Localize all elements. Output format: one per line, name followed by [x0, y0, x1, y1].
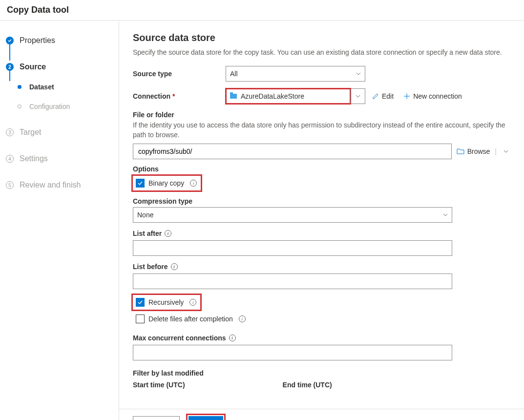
source-type-label: Source type [133, 70, 226, 78]
connection-label: Connection * [133, 92, 226, 100]
step-dataset[interactable]: Dataset [6, 79, 119, 95]
step-label: Target [20, 128, 41, 137]
step-number-icon: 4 [6, 155, 14, 163]
browse-dropdown[interactable] [502, 147, 510, 155]
page-title: Copy Data tool [7, 5, 517, 15]
main-description: Specify the source data store for the co… [133, 48, 510, 56]
delete-files-checkbox[interactable]: Delete files after completion i [133, 312, 250, 326]
header: Copy Data tool [0, 0, 524, 21]
step-number-icon: 2 [6, 63, 14, 71]
step-label: Configuration [29, 103, 70, 110]
list-after-input[interactable] [133, 240, 452, 256]
compression-value: None [137, 211, 153, 219]
step-settings[interactable]: 4 Settings [6, 150, 119, 167]
step-configuration[interactable]: Configuration [6, 99, 119, 114]
step-number-icon: 3 [6, 128, 14, 136]
chevron-down-icon [356, 70, 361, 78]
path-input[interactable] [133, 144, 452, 159]
list-before-label: List before i [133, 263, 510, 271]
step-label: Source [20, 63, 46, 71]
options-label: Options [133, 165, 510, 173]
pencil-icon [372, 93, 379, 100]
checkbox-checked-icon [136, 179, 145, 188]
step-number-icon: 5 [6, 181, 14, 189]
max-conn-label: Max concurrent connections i [133, 334, 510, 342]
file-folder-help: If the identity you use to access the da… [133, 121, 510, 140]
step-label: Dataset [29, 83, 54, 91]
dot-icon [18, 85, 21, 89]
list-after-label: List after i [133, 230, 510, 237]
source-type-select[interactable]: All [226, 66, 365, 82]
dot-icon [18, 105, 21, 108]
info-icon[interactable]: i [165, 230, 171, 237]
previous-button[interactable]: Previous [133, 416, 180, 420]
plus-icon [403, 93, 410, 100]
info-icon[interactable]: i [239, 315, 246, 322]
step-source[interactable]: 2 Source [6, 59, 119, 75]
folder-icon [457, 148, 464, 155]
step-label: Review and finish [20, 181, 81, 189]
recursively-label: Recursively [148, 298, 184, 306]
compression-select[interactable]: None [133, 207, 452, 223]
connection-value: AzureDataLakeStore [241, 92, 304, 100]
browse-button[interactable]: Browse [457, 147, 490, 155]
binary-copy-checkbox[interactable]: Binary copy i [133, 176, 201, 190]
max-conn-input[interactable] [133, 345, 452, 360]
info-icon[interactable]: i [229, 335, 236, 341]
connection-select[interactable]: AzureDataLakeStore [226, 88, 365, 104]
delete-files-label: Delete files after completion [148, 315, 233, 323]
next-button[interactable]: Next [189, 416, 223, 420]
step-label: Settings [20, 154, 48, 163]
chevron-down-icon [350, 89, 365, 104]
main-title: Source data store [133, 32, 510, 43]
recursively-checkbox[interactable]: Recursively i [133, 295, 200, 310]
wizard-sidebar: Properties 2 Source Dataset Configuratio… [0, 21, 119, 420]
step-properties[interactable]: Properties [6, 32, 119, 49]
info-icon[interactable]: i [190, 180, 197, 187]
check-icon [6, 37, 14, 44]
chevron-down-icon [443, 211, 448, 219]
binary-copy-label: Binary copy [148, 179, 184, 187]
checkbox-checked-icon [136, 298, 145, 307]
new-connection-button[interactable]: New connection [400, 90, 465, 102]
end-time-label: End time (UTC) [283, 381, 332, 389]
info-icon[interactable]: i [171, 263, 178, 270]
source-type-value: All [230, 70, 238, 78]
main-panel: Source data store Specify the source dat… [119, 21, 524, 420]
edit-button[interactable]: Edit [369, 90, 397, 102]
info-icon[interactable]: i [189, 299, 196, 306]
compression-label: Compression type [133, 197, 510, 205]
start-time-label: Start time (UTC) [133, 381, 185, 389]
filter-label: Filter by last modified [133, 369, 510, 377]
datastore-icon [230, 94, 237, 99]
wizard-footer: Previous Next [119, 409, 524, 420]
checkbox-unchecked-icon [136, 315, 145, 323]
list-before-input[interactable] [133, 273, 452, 289]
step-target[interactable]: 3 Target [6, 124, 119, 141]
step-label: Properties [20, 36, 55, 45]
step-review[interactable]: 5 Review and finish [6, 177, 119, 193]
file-folder-label: File or folder [133, 111, 510, 119]
